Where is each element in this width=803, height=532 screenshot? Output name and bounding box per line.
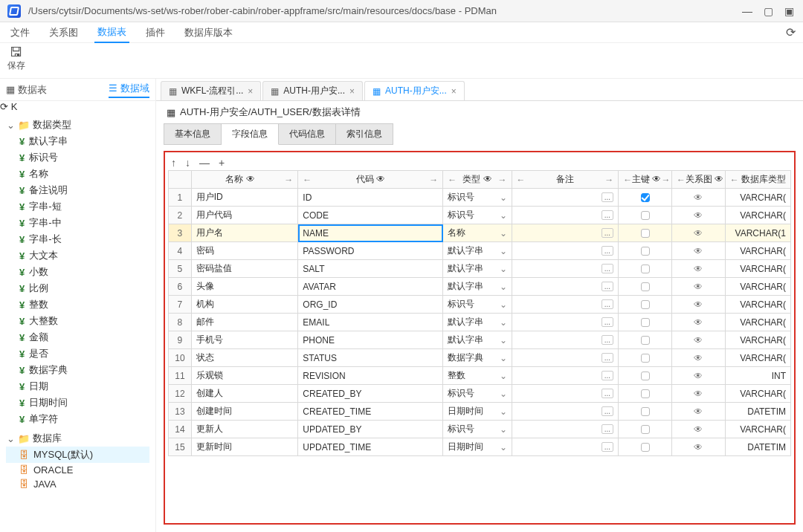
- cell-type[interactable]: 标识号⌄: [443, 421, 512, 438]
- cell-name[interactable]: 更新人: [191, 421, 298, 438]
- more-button[interactable]: ...: [602, 442, 613, 452]
- tree-item-datatype[interactable]: ¥日期时间: [6, 395, 149, 411]
- tree-item-datatype[interactable]: ¥金额: [6, 329, 149, 346]
- cell-remark[interactable]: ...: [512, 296, 619, 314]
- editor-tab[interactable]: ▦WKFL-流程引...×: [161, 81, 261, 100]
- cell-remark[interactable]: ...: [512, 314, 619, 331]
- close-icon[interactable]: ×: [349, 86, 355, 97]
- table-row[interactable]: 8邮件EMAIL默认字串⌄...👁VARCHAR(: [169, 314, 791, 331]
- cell-pk[interactable]: [619, 403, 672, 421]
- cell-relation[interactable]: 👁: [671, 296, 725, 314]
- cell-name[interactable]: 创建人: [191, 385, 298, 403]
- cell-name[interactable]: 头像: [191, 278, 298, 296]
- checkbox[interactable]: [641, 407, 650, 416]
- cell-code[interactable]: REVISION: [298, 367, 443, 385]
- cell-type[interactable]: 标识号⌄: [443, 385, 512, 403]
- cell-type[interactable]: 默认字串⌄: [443, 314, 512, 331]
- table-row[interactable]: 13创建时间CREATED_TIME日期时间⌄...👁DATETIM: [169, 403, 791, 421]
- checkbox[interactable]: [641, 300, 650, 309]
- tree-item-datatype[interactable]: ¥大整数: [6, 313, 149, 329]
- cell-type[interactable]: 整数⌄: [443, 367, 512, 385]
- cell-remark[interactable]: ...: [512, 367, 619, 385]
- menu-relation[interactable]: 关系图: [46, 23, 81, 42]
- checkbox[interactable]: [641, 211, 650, 220]
- checkbox[interactable]: [641, 265, 650, 273]
- table-row[interactable]: 5密码盐值SALT默认字串⌄...👁VARCHAR(: [169, 260, 791, 278]
- table-row[interactable]: 14更新人UPDATED_BY标识号⌄...👁VARCHAR(: [169, 421, 791, 438]
- cell-code[interactable]: STATUS: [298, 349, 443, 367]
- checkbox[interactable]: [641, 372, 650, 380]
- col-pk[interactable]: ←主键 👁→: [619, 171, 672, 189]
- cell-pk[interactable]: [619, 349, 672, 367]
- cell-remark[interactable]: ...: [512, 438, 619, 456]
- more-button[interactable]: ...: [602, 353, 613, 363]
- sidebar-tab-datatable[interactable]: ▦ 数据表: [6, 83, 47, 97]
- cell-pk[interactable]: [619, 189, 672, 207]
- save-button[interactable]: 🖫 保存: [7, 45, 25, 72]
- more-button[interactable]: ...: [602, 424, 613, 434]
- cell-code[interactable]: PASSWORD: [298, 242, 443, 260]
- close-icon[interactable]: ×: [248, 86, 253, 97]
- checkbox[interactable]: [641, 229, 650, 238]
- subtab[interactable]: 代码信息: [279, 123, 336, 145]
- subtab[interactable]: 字段信息: [222, 123, 279, 145]
- checkbox[interactable]: [641, 336, 650, 345]
- tree-item-datatype[interactable]: ¥字串-中: [6, 215, 149, 231]
- checkbox[interactable]: [641, 247, 650, 256]
- more-button[interactable]: ...: [602, 192, 613, 202]
- cell-remark[interactable]: ...: [512, 224, 619, 242]
- cell-name[interactable]: 邮件: [191, 314, 298, 331]
- cell-code[interactable]: UPDATED_TIME: [298, 438, 443, 456]
- cell-relation[interactable]: 👁: [671, 331, 725, 349]
- menu-datatable[interactable]: 数据表: [94, 22, 129, 43]
- tree-item-datatype[interactable]: ¥整数: [6, 296, 149, 313]
- cell-code[interactable]: CREATED_BY: [298, 385, 443, 403]
- cell-name[interactable]: 状态: [191, 349, 298, 367]
- cell-remark[interactable]: ...: [512, 278, 619, 296]
- cell-pk[interactable]: [619, 421, 672, 438]
- cell-name[interactable]: 用户ID: [191, 189, 298, 207]
- add-row-button[interactable]: +: [219, 157, 225, 169]
- cell-name[interactable]: 密码盐值: [191, 260, 298, 278]
- col-remark[interactable]: ←备注→: [512, 171, 619, 189]
- more-button[interactable]: ...: [602, 228, 613, 238]
- tree-item-datatype[interactable]: ¥默认字串: [6, 133, 149, 149]
- checkbox[interactable]: [641, 193, 650, 202]
- more-button[interactable]: ...: [602, 210, 613, 220]
- table-row[interactable]: 1用户IDID标识号⌄...👁VARCHAR(: [169, 189, 791, 207]
- tree-item-datatype[interactable]: ¥大文本: [6, 247, 149, 264]
- subtab[interactable]: 索引信息: [336, 123, 393, 145]
- cell-code[interactable]: UPDATED_BY: [298, 421, 443, 438]
- cell-pk[interactable]: [619, 314, 672, 331]
- tree-item-datatype[interactable]: ¥标识号: [6, 149, 149, 166]
- cell-relation[interactable]: 👁: [671, 278, 725, 296]
- table-row[interactable]: 6头像AVATAR默认字串⌄...👁VARCHAR(: [169, 278, 791, 296]
- table-row[interactable]: 7机构ORG_ID标识号⌄...👁VARCHAR(: [169, 296, 791, 314]
- table-row[interactable]: 11乐观锁REVISION整数⌄...👁INT: [169, 367, 791, 385]
- tree-item-datatype[interactable]: ¥数据字典: [6, 362, 149, 378]
- tree-item-datatype[interactable]: ¥小数: [6, 264, 149, 280]
- sidebar-collapse-icon[interactable]: K: [11, 101, 18, 112]
- cell-code[interactable]: CODE: [298, 207, 443, 224]
- cell-code[interactable]: ORG_ID: [298, 296, 443, 314]
- cell-remark[interactable]: ...: [512, 421, 619, 438]
- more-button[interactable]: ...: [602, 406, 613, 416]
- more-button[interactable]: ...: [602, 264, 613, 273]
- col-type[interactable]: ←类型 👁→: [443, 171, 512, 189]
- checkbox[interactable]: [641, 443, 650, 452]
- table-row[interactable]: 12创建人CREATED_BY标识号⌄...👁VARCHAR(: [169, 385, 791, 403]
- col-name[interactable]: 名称 👁→: [191, 171, 298, 189]
- window-maximize-button[interactable]: ▢: [761, 5, 775, 17]
- move-down-button[interactable]: ↓: [185, 157, 190, 169]
- cell-relation[interactable]: 👁: [671, 242, 725, 260]
- table-row[interactable]: 4密码PASSWORD默认字串⌄...👁VARCHAR(: [169, 242, 791, 260]
- cell-pk[interactable]: [619, 207, 672, 224]
- cell-code[interactable]: PHONE: [298, 331, 443, 349]
- cell-relation[interactable]: 👁: [671, 189, 725, 207]
- tree-item-database[interactable]: 🗄MYSQL(默认): [6, 447, 149, 463]
- subtab[interactable]: 基本信息: [164, 123, 222, 145]
- cell-type[interactable]: 标识号⌄: [443, 207, 512, 224]
- more-button[interactable]: ...: [602, 317, 613, 327]
- more-button[interactable]: ...: [602, 335, 613, 345]
- cell-name[interactable]: 更新时间: [191, 438, 298, 456]
